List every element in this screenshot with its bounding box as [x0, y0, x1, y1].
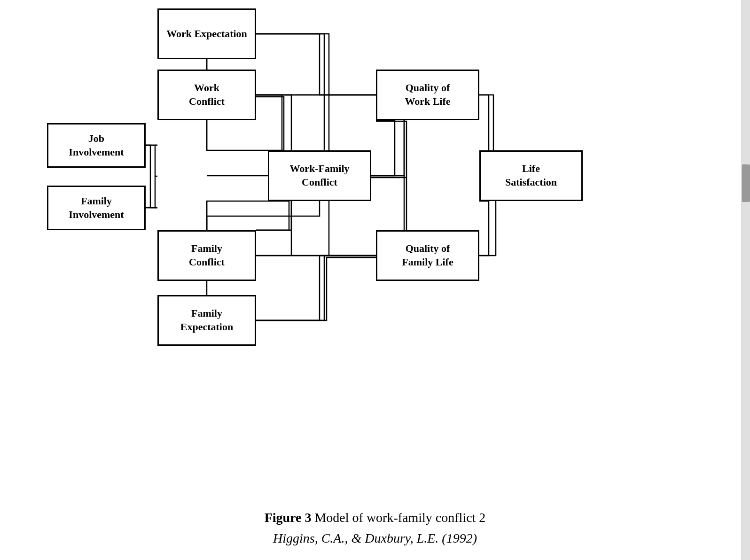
figure-text: Model of work-family conflict 2	[314, 510, 485, 525]
family-involvement-box: FamilyInvolvement	[47, 186, 146, 230]
family-conflict-label: FamilyConflict	[189, 242, 225, 269]
scrollbar[interactable]	[742, 0, 750, 560]
family-conflict-box: FamilyConflict	[157, 230, 256, 281]
job-involvement-box: JobInvolvement	[47, 123, 146, 168]
work-expectation-box: Work Expectation	[157, 8, 256, 59]
citation: Higgins, C.A., & Duxbury, L.E. (1992)	[0, 531, 750, 546]
diagram: Work Expectation WorkConflict JobInvolve…	[0, 0, 750, 446]
quality-family-life-label: Quality ofFamily Life	[402, 242, 453, 269]
quality-work-life-label: Quality ofWork Life	[405, 81, 450, 108]
family-expectation-box: FamilyExpectation	[157, 295, 256, 346]
family-expectation-label: FamilyExpectation	[180, 307, 233, 334]
job-involvement-label: JobInvolvement	[69, 132, 124, 159]
work-family-conflict-box: Work-FamilyConflict	[268, 150, 371, 201]
scrollbar-thumb[interactable]	[742, 164, 750, 202]
work-conflict-label: WorkConflict	[189, 81, 225, 108]
work-family-conflict-label: Work-FamilyConflict	[289, 162, 349, 189]
family-involvement-label: FamilyInvolvement	[69, 194, 124, 221]
work-conflict-box: WorkConflict	[157, 70, 256, 120]
work-expectation-label: Work Expectation	[166, 27, 247, 41]
figure-label: Figure 3	[265, 510, 312, 525]
caption-area: Figure 3 Model of work-family conflict 2…	[0, 510, 750, 546]
life-satisfaction-label: LifeSatisfaction	[505, 162, 557, 189]
quality-work-life-box: Quality ofWork Life	[376, 70, 479, 120]
life-satisfaction-box: LifeSatisfaction	[479, 150, 583, 201]
figure-caption: Figure 3 Model of work-family conflict 2	[0, 510, 750, 525]
quality-family-life-box: Quality ofFamily Life	[376, 230, 479, 281]
